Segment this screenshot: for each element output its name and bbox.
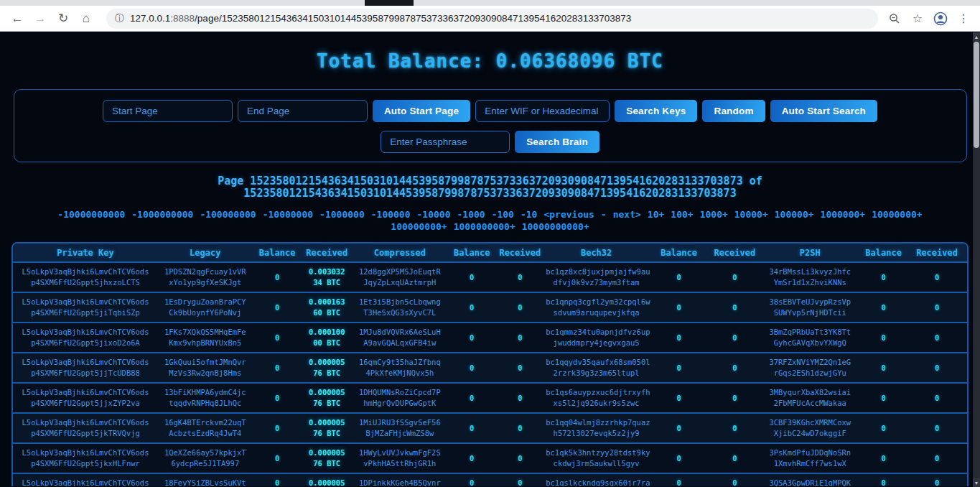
profile-avatar-icon[interactable] xyxy=(931,9,950,28)
menu-kebab-icon[interactable]: ⋮ xyxy=(954,9,973,28)
page-jump-link[interactable]: 10000+ xyxy=(734,209,768,220)
column-header: Received xyxy=(709,244,760,262)
page-jump-link[interactable]: -100000 xyxy=(371,209,411,220)
legacy-address[interactable]: 18FeyYSiZBLvsSuKVt xyxy=(158,473,253,486)
wif-hex-input[interactable] xyxy=(475,100,610,122)
page-jump-link[interactable]: 100+ xyxy=(671,209,693,220)
legacy-address[interactable]: 1QeXZe66ay57kpkjxT 6ydcpRe5J1TA997 xyxy=(158,443,253,473)
start-page-input[interactable] xyxy=(103,100,233,122)
random-button[interactable]: Random xyxy=(702,100,765,122)
page-jump-link[interactable]: -100000000 xyxy=(200,209,256,220)
page-jump-link[interactable]: -1000000 xyxy=(319,209,365,220)
p2sh-address[interactable]: 38sEBVTeUJvypRzsVp SUWYvp5rNjHDTcii xyxy=(760,292,861,323)
legacy-address[interactable]: 1PDSZN2qgFcuay1vVR xYo1yp9gfXeSKJgt xyxy=(158,262,253,292)
balance-value: 0 xyxy=(860,262,907,292)
zoom-icon[interactable] xyxy=(885,9,904,28)
received-value: 0.000005 76 BTC xyxy=(302,353,352,383)
balance-value: 0 xyxy=(253,413,302,443)
home-button[interactable]: ⌂ xyxy=(76,9,96,29)
received-value: 0 xyxy=(495,262,544,292)
reload-button[interactable]: ↻ xyxy=(53,9,73,29)
auto-start-search-button[interactable]: Auto Start Search xyxy=(770,100,877,122)
page-jump-link[interactable]: 1000000+ xyxy=(821,209,866,220)
page-jump-link[interactable]: -10000 xyxy=(417,209,451,220)
column-header: Balance xyxy=(860,244,907,262)
bech32-address[interactable]: bc1qz8xc8juxjpmjajfw9au dfvj0k9vz73mym3f… xyxy=(544,262,648,292)
private-key: L5oLkpV3aqBjhki6LmvChTCV6ods p4SXM6FfU2G… xyxy=(13,413,158,443)
balance-value: 0 xyxy=(648,443,709,473)
page-scrollbar[interactable]: ▲ ▼ xyxy=(973,32,980,487)
compressed-address[interactable]: 16qmCy9t35haJZfbnq 4PkXfeKMjNQvx5h xyxy=(352,353,448,383)
bech32-address[interactable]: bc1qnpq3cgfl2ym32cpql6w sdvum9aruqupevjk… xyxy=(544,292,648,323)
received-value: 0 xyxy=(907,473,967,486)
address-bar[interactable]: ⓘ 127.0.0.1:8888/page/152358012154363415… xyxy=(106,9,878,29)
p2sh-address[interactable]: 3MByqurXbaX82wsiai 2FbMFUcAccMWakaa xyxy=(760,383,861,413)
bech32-address[interactable]: bc1qqydv35qaufx68sm050l 2rzrk39g3z3m65lt… xyxy=(544,353,648,383)
next-page-link[interactable]: next> xyxy=(613,209,641,220)
bech32-address[interactable]: bc1qk5k3hntzyy28tdst9ky ckdwj3rm5aukwll5… xyxy=(544,443,648,473)
compressed-address[interactable]: 1MiUJRU3fSSgvSeF56 BjMZaFHjcWmZS8w xyxy=(352,413,448,443)
received-value: 0 xyxy=(907,353,967,383)
passphrase-input[interactable] xyxy=(381,131,510,153)
end-page-input[interactable] xyxy=(238,100,368,122)
auto-start-page-button[interactable]: Auto Start Page xyxy=(373,100,470,122)
page-jump-link[interactable]: 10+ xyxy=(648,209,664,220)
page-jump-link[interactable]: 100000+ xyxy=(775,209,814,220)
scroll-down-arrow-icon[interactable]: ▼ xyxy=(973,478,980,487)
search-brain-button[interactable]: Search Brain xyxy=(515,131,599,153)
balance-value: 0 xyxy=(448,353,495,383)
compressed-address[interactable]: 1MJu8dVQVRx6AeSLuH A9avGQALqxGFB4iw xyxy=(352,323,448,353)
p2sh-address[interactable]: 3BmZqPRbUaTt3YK8Tt GyhcGAVqXbvYXWgQ xyxy=(760,323,861,353)
compressed-address[interactable]: 1DHQUMNsRoZiCpcd7P hmHgrQvDUPGwGptK xyxy=(352,383,448,413)
bech32-address[interactable]: bc1qq04wlmj8zzrhkp7quaz h572l3027evqk5z2… xyxy=(544,413,648,443)
legacy-address[interactable]: 13bFiKHMPA6ydmC4jc tqqdvRNPHq8JLhQc xyxy=(158,383,253,413)
received-value: 0 xyxy=(709,383,760,413)
key-table-header-row: Private KeyLegacyBalanceReceivedCompress… xyxy=(13,244,967,262)
page-jump-link[interactable]: 10000000+ xyxy=(872,209,922,220)
page-jump-link[interactable]: -1000 xyxy=(457,209,485,220)
legacy-address[interactable]: 1EsDryguZoanBraPCY Ck9bUoynfY6PoNvj xyxy=(158,292,253,323)
balance-value: 0 xyxy=(448,262,495,292)
page-jump-link[interactable]: 100000000+ xyxy=(391,221,447,232)
legacy-address[interactable]: 1FKs7XQkQS5MHqEmFe Kmx9vhpBRNYUxBn5 xyxy=(158,323,253,353)
page-info-line2: 1523580121543634150310144539587998787537… xyxy=(11,187,969,200)
bookmark-star-icon[interactable]: ☆ xyxy=(908,9,927,28)
compressed-address[interactable]: 1Et3i5Bjbn5cLbqwng T3HeSxQG3sXyvC7L xyxy=(352,292,448,323)
back-button[interactable]: ← xyxy=(7,9,27,29)
legacy-address[interactable]: 1GkQuui5ofmtJMnQvr MzVs3Rw2qnBj8Hms xyxy=(158,353,253,383)
page-jump-link[interactable]: -10000000 xyxy=(263,209,313,220)
compressed-address[interactable]: 1HWyLvUVJvkwmFgF2S vPkhHA5ttRhjGR1h xyxy=(352,443,448,473)
column-header: Bech32 xyxy=(544,244,648,262)
balance-value: 0 xyxy=(253,353,302,383)
page-jump-link[interactable]: 1000+ xyxy=(700,209,728,220)
p2sh-address[interactable]: 37RFZxNViYMZ2Qn1eG rGqs2ESh1dzwjGYu xyxy=(760,353,861,383)
page-jump-link[interactable]: -10 xyxy=(521,209,537,220)
received-value: 0.000005 76 BTC xyxy=(302,443,352,473)
key-table-body: L5oLkpV3aqBjhki6LmvChTCV6ods p4SXM6FfU2G… xyxy=(13,262,967,486)
site-info-icon[interactable]: ⓘ xyxy=(115,12,124,25)
page-jump-link[interactable]: 1000000000+ xyxy=(454,221,515,232)
p2sh-address[interactable]: 3QSA3GpwDRiE1qMPQK xyxy=(760,473,861,486)
page-jump-link[interactable]: -10000000000 xyxy=(57,209,125,220)
bech32-address[interactable]: bc1qmmz34tu0apnjdfvz6up jwuddmpry4jegvxg… xyxy=(544,323,648,353)
scrollbar-thumb[interactable] xyxy=(974,42,979,148)
page-jump-link[interactable]: 10000000000+ xyxy=(522,221,589,232)
balance-value: 0 xyxy=(648,473,709,486)
legacy-address[interactable]: 16gK4BTErckvm22uqT AcbztsEzdRq4JwT4 xyxy=(158,413,253,443)
forward-button[interactable]: → xyxy=(30,9,50,29)
p2sh-address[interactable]: 3PsKmdPfuJDDqNoSRn 1XmvhRmCff7ws1wX xyxy=(760,443,861,473)
compressed-address[interactable]: 1DPinkkKGeh4B5Qynr xyxy=(352,473,448,486)
p2sh-address[interactable]: 34rBMssLi3kvyzJhfc YmSr1d1xZhviKNNs xyxy=(760,262,861,292)
previous-page-link[interactable]: <previous xyxy=(543,209,594,220)
received-value: 0.003032 34 BTC xyxy=(302,262,352,292)
bech32-address[interactable]: bc1qslkckndg9sqx60jr7ra xyxy=(544,473,648,486)
bech32-address[interactable]: bc1qs6auypzxuc6djtrxyfh xs5l2jq926ukr9s5… xyxy=(544,383,648,413)
compressed-address[interactable]: 12d8ggXP5MSJoEuqtR JqyZpLxqUAztmrpH xyxy=(352,262,448,292)
balance-value: 0 xyxy=(253,262,302,292)
scroll-up-arrow-icon[interactable]: ▲ xyxy=(973,32,980,41)
page-jump-link[interactable]: -100 xyxy=(492,209,514,220)
p2sh-address[interactable]: 3CBF39KGhcXMRMCoxw XjibC24wD7okggiF xyxy=(760,413,861,443)
received-value: 0 xyxy=(709,292,760,323)
page-jump-link[interactable]: -1000000000 xyxy=(131,209,193,220)
search-keys-button[interactable]: Search Keys xyxy=(615,100,697,122)
